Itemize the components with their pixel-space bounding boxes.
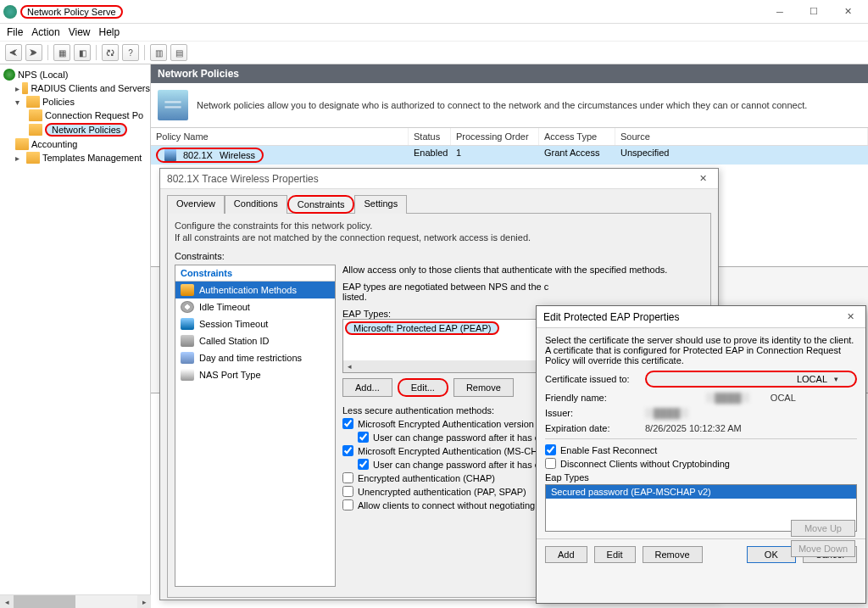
constraint-station[interactable]: Called Station ID: [175, 332, 335, 349]
intro-text: Network policies allow you to designate …: [197, 100, 807, 110]
constraint-nas[interactable]: NAS Port Type: [175, 366, 335, 383]
menu-file[interactable]: File: [7, 26, 23, 38]
menu-view[interactable]: View: [69, 26, 91, 38]
constraint-auth-methods[interactable]: Authentication Methods: [175, 282, 335, 298]
nps-icon: [3, 69, 15, 81]
tree-radius[interactable]: ▸ RADIUS Clients and Servers: [0, 81, 150, 95]
caret-icon: ▸: [15, 84, 19, 93]
folder-icon: [26, 96, 40, 108]
toolbar-btn-4[interactable]: ◧: [74, 44, 91, 61]
nas-icon: [181, 369, 194, 381]
chk-mschap[interactable]: [342, 445, 353, 456]
peap-close-icon[interactable]: ✕: [842, 309, 859, 326]
tree-scrollbar[interactable]: ◂▸: [0, 594, 151, 608]
tab-overview[interactable]: Overview: [167, 195, 225, 214]
col-status[interactable]: Status: [409, 128, 451, 145]
tree-accounting[interactable]: Accounting: [0, 137, 150, 151]
col-name[interactable]: Policy Name: [151, 128, 409, 145]
window-title-highlight: Network Policy Serve: [20, 5, 123, 19]
chk-cryptobind[interactable]: [545, 458, 556, 469]
menu-action[interactable]: Action: [31, 26, 59, 38]
forward-button[interactable]: ⮞: [25, 44, 42, 61]
folder-icon: [29, 124, 42, 136]
chk-nonego[interactable]: [342, 499, 353, 510]
station-icon: [181, 335, 194, 347]
constraint-daytime[interactable]: Day and time restrictions: [175, 349, 335, 366]
tree-panel: NPS (Local) ▸ RADIUS Clients and Servers…: [0, 64, 151, 608]
table-row[interactable]: 802.1X Wireless Enabled 1 Grant Access U…: [151, 146, 868, 165]
toolbar-btn-8[interactable]: ▤: [170, 44, 187, 61]
tab-settings[interactable]: Settings: [354, 195, 407, 214]
peap-eap-item[interactable]: Secured password (EAP-MSCHAP v2): [546, 485, 856, 499]
folder-icon: [15, 138, 29, 150]
constraints-list: Constraints Authentication Methods Idle …: [175, 265, 336, 587]
peap-edit-button[interactable]: Edit: [594, 546, 636, 563]
chk-changepw2[interactable]: [358, 459, 369, 470]
constraints-list-header: Constraints: [175, 265, 335, 282]
calendar-icon: [181, 352, 194, 364]
chk-changepw1[interactable]: [358, 432, 369, 443]
policy-icon: [164, 149, 176, 161]
peap-title: Edit Protected EAP Properties: [543, 311, 842, 323]
tree-connreq[interactable]: Connection Request Po: [0, 109, 150, 122]
cert-dropdown[interactable]: LOCAL ▾: [645, 371, 857, 388]
eap-item-peap[interactable]: Microsoft: Protected EAP (PEAP): [345, 321, 499, 335]
tree-policies[interactable]: ▾ Policies: [0, 95, 150, 109]
col-order[interactable]: Processing Order: [451, 128, 539, 145]
issuer-blur: ████: [645, 408, 688, 418]
app-icon: [3, 5, 17, 19]
add-button[interactable]: Add...: [342, 378, 392, 397]
tree-templates[interactable]: ▸ Templates Management: [0, 151, 150, 165]
desc-line2: If all constraints are not matched by th…: [175, 232, 704, 243]
refresh-button[interactable]: 🗘: [102, 44, 119, 61]
tree-network-policies[interactable]: Network Policies: [0, 122, 150, 137]
table-header: Policy Name Status Processing Order Acce…: [151, 128, 868, 146]
folder-icon: [26, 152, 40, 164]
content-header: Network Policies: [151, 64, 868, 83]
remove-button[interactable]: Remove: [453, 378, 514, 397]
constraints-label: Constraints:: [175, 251, 704, 261]
tab-conditions[interactable]: Conditions: [225, 195, 287, 214]
lock-icon: [181, 284, 194, 296]
caret-down-icon: ▾: [15, 98, 24, 107]
back-button[interactable]: ⮜: [5, 44, 22, 61]
eap2-label: Eap Types: [545, 472, 857, 482]
toolbar-btn-7[interactable]: ▥: [150, 44, 167, 61]
toolbar-btn-6[interactable]: ?: [122, 44, 139, 61]
peap-dialog: Edit Protected EAP Properties ✕ Select t…: [536, 305, 866, 604]
chk-chap[interactable]: [342, 472, 353, 483]
right-text2: EAP types are negotiated between NPS and…: [342, 282, 704, 292]
chk-fast-reconnect[interactable]: [545, 444, 556, 455]
movedown-button[interactable]: Move Down: [791, 540, 855, 557]
moveup-button[interactable]: Move Up: [791, 520, 855, 537]
close-button[interactable]: ✕: [831, 2, 865, 22]
menubar: File Action View Help: [0, 24, 868, 41]
constraint-idle[interactable]: Idle Timeout: [175, 298, 335, 315]
cert-label: Certificate issued to:: [545, 374, 638, 384]
col-source[interactable]: Source: [615, 128, 868, 145]
chk-mschap2[interactable]: [342, 418, 353, 429]
window-title: Network Policy Serve: [27, 7, 116, 17]
folder-icon: [29, 109, 42, 121]
dialog-close-icon[interactable]: ✕: [694, 170, 711, 187]
session-icon: [181, 318, 194, 330]
tab-constraints[interactable]: Constraints: [287, 195, 355, 214]
folder-icon: [22, 82, 28, 94]
peap-ok-button[interactable]: OK: [747, 546, 796, 563]
peap-remove-button[interactable]: Remove: [643, 546, 703, 563]
chk-pap[interactable]: [342, 486, 353, 497]
caret-icon: ▸: [15, 153, 24, 163]
right-text1: Allow access only to those clients that …: [342, 265, 704, 275]
tree-root[interactable]: NPS (Local): [0, 68, 150, 81]
peap-add-button[interactable]: Add: [545, 546, 587, 563]
menu-help[interactable]: Help: [99, 26, 120, 38]
edit-button[interactable]: Edit...: [398, 378, 448, 397]
minimize-button[interactable]: ─: [763, 2, 797, 22]
friendly-blur: ████: [706, 393, 749, 403]
exp-label: Expiration date:: [545, 423, 638, 433]
col-access[interactable]: Access Type: [539, 128, 615, 145]
peap-desc: Select the certificate the server should…: [545, 335, 857, 365]
constraint-session[interactable]: Session Timeout: [175, 315, 335, 332]
toolbar-btn-3[interactable]: ▦: [53, 44, 70, 61]
maximize-button[interactable]: ☐: [797, 2, 831, 22]
